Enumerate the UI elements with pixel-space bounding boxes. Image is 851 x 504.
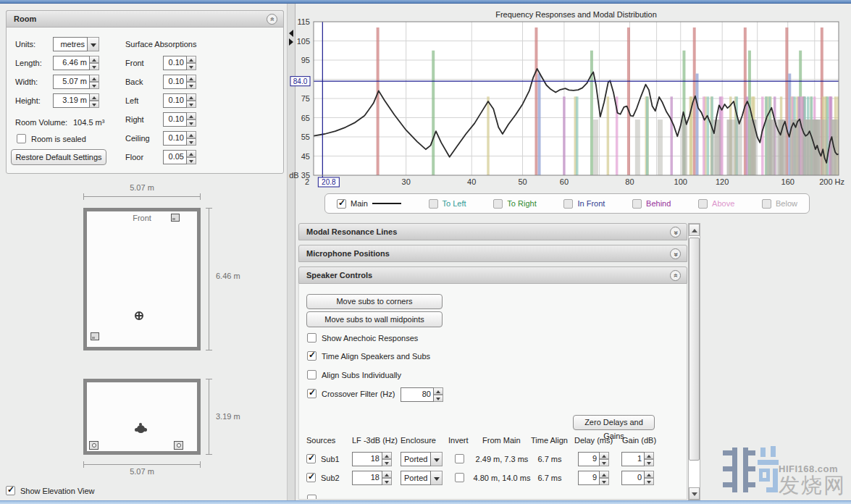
- surface-value[interactable]: 0.10: [163, 56, 187, 70]
- lf-spinner[interactable]: 18: [352, 471, 392, 485]
- legend-checkbox[interactable]: [698, 199, 708, 209]
- lf-value[interactable]: 18: [352, 452, 382, 466]
- surface-spinner[interactable]: 0.10: [163, 75, 196, 89]
- legend-item-to-left[interactable]: To Left: [429, 198, 466, 209]
- surface-value[interactable]: 0.05: [163, 150, 187, 164]
- legend-checkbox[interactable]: [429, 199, 438, 209]
- legend-item-above[interactable]: Above: [698, 198, 734, 209]
- sub1-speaker-icon[interactable]: [171, 214, 180, 222]
- crossover-value[interactable]: 80: [401, 387, 434, 402]
- delay-value[interactable]: 9: [578, 471, 600, 485]
- gain-value[interactable]: 1: [621, 452, 645, 466]
- restore-defaults-button[interactable]: Restore Default Settings: [11, 149, 106, 165]
- spin-up-icon[interactable]: [187, 150, 196, 157]
- panel-header-modal-resonance-lines[interactable]: Modal Resonance Lines»: [298, 223, 687, 240]
- spin-up-icon[interactable]: [187, 131, 196, 138]
- delay-spinner[interactable]: 9: [578, 471, 609, 485]
- show-elevation-checkbox[interactable]: [6, 486, 15, 495]
- spin-up-icon[interactable]: [90, 93, 99, 101]
- surface-spinner[interactable]: 0.05: [163, 150, 196, 164]
- dropdown-arrow-icon[interactable]: [431, 452, 443, 466]
- lf-value[interactable]: 18: [352, 471, 382, 485]
- spin-up-icon[interactable]: [600, 471, 609, 478]
- room-dim-value[interactable]: 3.19 m: [53, 93, 90, 108]
- spin-down-icon[interactable]: [382, 478, 392, 485]
- vertical-scrollbar[interactable]: [688, 223, 700, 500]
- spin-up-icon[interactable]: [434, 387, 443, 395]
- gain-spinner[interactable]: 1: [621, 452, 654, 466]
- scroll-up-button[interactable]: [689, 224, 700, 236]
- crossover-spinner[interactable]: 80: [401, 387, 443, 402]
- sub2-enable-checkbox[interactable]: [306, 473, 316, 482]
- spin-down-icon[interactable]: [187, 157, 196, 164]
- spin-down-icon[interactable]: [600, 459, 609, 466]
- move-subs-corners-button[interactable]: Move subs to corners: [306, 294, 443, 309]
- zero-delays-gains-button[interactable]: Zero Delays and Gains: [573, 415, 655, 430]
- sub3-partial-checkbox[interactable]: [307, 495, 316, 500]
- enclosure-dropdown[interactable]: Ported: [401, 452, 443, 466]
- room-dim-spinner[interactable]: 5.07 m: [53, 75, 99, 89]
- spin-down-icon[interactable]: [90, 63, 99, 70]
- spin-up-icon[interactable]: [645, 452, 654, 459]
- spin-down-icon[interactable]: [645, 459, 654, 466]
- sub1-elevation-icon[interactable]: [89, 441, 98, 450]
- option-checkbox-show-anechoic-responses[interactable]: [307, 333, 316, 343]
- spin-down-icon[interactable]: [90, 101, 99, 108]
- spin-up-icon[interactable]: [382, 471, 392, 478]
- spin-down-icon[interactable]: [187, 101, 196, 108]
- delay-value[interactable]: 9: [578, 452, 600, 466]
- spin-down-icon[interactable]: [600, 478, 609, 485]
- room-top-view[interactable]: Front: [83, 208, 201, 350]
- surface-value[interactable]: 0.10: [163, 75, 187, 89]
- legend-item-in-front[interactable]: In Front: [563, 198, 605, 209]
- dropdown-arrow-icon[interactable]: [88, 37, 99, 51]
- option-checkbox-align-subs-individually[interactable]: [307, 370, 316, 379]
- room-dim-spinner[interactable]: 3.19 m: [53, 93, 99, 108]
- scrollbar-thumb[interactable]: [689, 238, 700, 461]
- panel-header-microphone-positions[interactable]: Microphone Positions»: [298, 245, 687, 262]
- legend-item-to-right[interactable]: To Right: [493, 198, 536, 209]
- option-checkbox-time-align-speakers-and-subs[interactable]: [307, 351, 316, 361]
- spin-down-icon[interactable]: [90, 82, 99, 89]
- spin-up-icon[interactable]: [187, 56, 196, 63]
- expand-chevron-icon[interactable]: »: [670, 227, 681, 238]
- units-dropdown[interactable]: metres: [53, 37, 99, 51]
- surface-spinner[interactable]: 0.10: [163, 93, 196, 108]
- room-panel-header[interactable]: Room »: [6, 10, 284, 28]
- spin-up-icon[interactable]: [187, 75, 196, 82]
- dropdown-arrow-icon[interactable]: [431, 471, 443, 485]
- spin-up-icon[interactable]: [645, 471, 654, 478]
- legend-checkbox[interactable]: [762, 199, 771, 209]
- room-dim-value[interactable]: 6.46 m: [53, 56, 90, 70]
- expand-chevron-icon[interactable]: »: [670, 248, 681, 259]
- spin-down-icon[interactable]: [645, 478, 654, 485]
- surface-spinner[interactable]: 0.10: [163, 131, 196, 146]
- legend-item-main[interactable]: Main: [337, 198, 401, 209]
- spin-down-icon[interactable]: [187, 119, 196, 127]
- sub1-enable-checkbox[interactable]: [306, 454, 316, 463]
- spin-down-icon[interactable]: [382, 459, 392, 466]
- gain-spinner[interactable]: 0: [621, 471, 654, 485]
- spin-down-icon[interactable]: [187, 82, 196, 89]
- sub2-elevation-icon[interactable]: [174, 441, 183, 450]
- spin-down-icon[interactable]: [187, 138, 196, 146]
- option-checkbox-crossover-filter-hz-[interactable]: [307, 389, 316, 398]
- room-sealed-checkbox[interactable]: [17, 134, 26, 143]
- panel-header-speaker-controls[interactable]: Speaker Controls»: [298, 266, 687, 284]
- surface-spinner[interactable]: 0.10: [163, 112, 196, 127]
- legend-item-behind[interactable]: Behind: [632, 198, 671, 209]
- spin-up-icon[interactable]: [90, 56, 99, 63]
- listener-head-icon[interactable]: [137, 425, 145, 433]
- room-dim-spinner[interactable]: 6.46 m: [53, 56, 99, 70]
- spin-up-icon[interactable]: [90, 75, 99, 82]
- room-dim-value[interactable]: 5.07 m: [53, 75, 90, 89]
- frequency-response-chart[interactable]: Frequency Responses and Modal Distributi…: [287, 10, 851, 191]
- spin-up-icon[interactable]: [382, 452, 392, 459]
- scroll-down-button[interactable]: [689, 487, 700, 500]
- surface-value[interactable]: 0.10: [163, 112, 187, 127]
- enclosure-dropdown[interactable]: Ported: [401, 471, 443, 485]
- legend-checkbox[interactable]: [493, 199, 503, 209]
- collapse-chevron-icon[interactable]: »: [670, 270, 681, 281]
- spin-up-icon[interactable]: [187, 112, 196, 119]
- lf-spinner[interactable]: 18: [352, 452, 392, 466]
